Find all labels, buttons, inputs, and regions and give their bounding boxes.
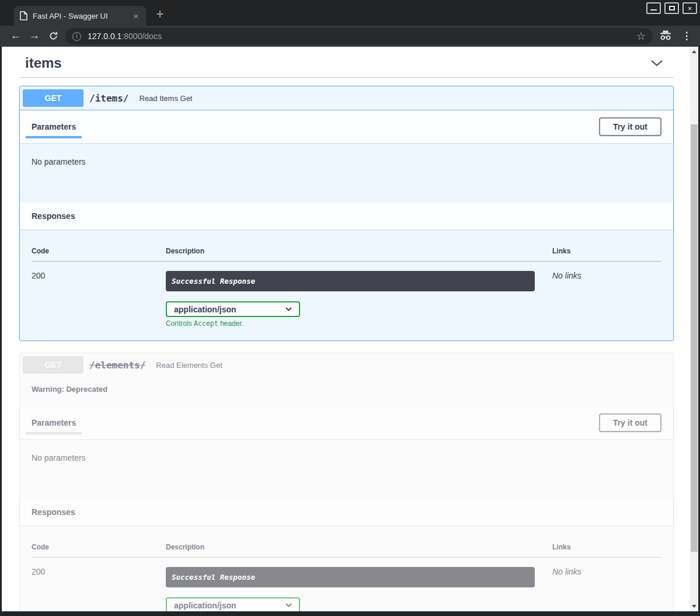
page-viewport: items GET /items/ Read Items Get Paramet… (2, 47, 690, 611)
tab-parameters[interactable]: Parameters (26, 115, 82, 138)
endpoint-path: /elements/ (83, 360, 151, 371)
media-type-value: application/json (174, 305, 236, 314)
deprecated-content: GET /elements/ Read Elements Get Warning… (20, 353, 673, 611)
col-header-links: Links (552, 239, 661, 262)
window-minimize-button[interactable] (646, 2, 661, 14)
accept-header-note: Controls Accept header. (166, 319, 552, 328)
opblock-get-items: GET /items/ Read Items Get Parameters Tr… (19, 86, 674, 341)
col-header-description: Description (166, 535, 552, 558)
bookmark-star-icon[interactable]: ☆ (636, 30, 646, 43)
try-it-out-button[interactable]: Try it out (599, 413, 661, 432)
parameters-header: Parameters Try it out (20, 406, 673, 439)
col-header-links: Links (552, 535, 661, 558)
reload-icon[interactable] (46, 28, 61, 43)
tag-section-header[interactable]: items (19, 51, 674, 78)
responses-title: Responses (32, 507, 75, 517)
accept-note-prefix: Controls (166, 319, 194, 328)
browser-titlebar: Fast API - Swagger UI × + × (0, 0, 700, 26)
swagger-content: items GET /items/ Read Items Get Paramet… (2, 47, 690, 611)
parameters-header: Parameters Try it out (20, 110, 673, 143)
page-scrollbar[interactable] (690, 47, 698, 611)
response-row: 200 Successful Response application/json (32, 262, 661, 328)
url-host: 127.0.0.1 (88, 32, 121, 41)
tab-title: Fast API - Swagger UI (33, 12, 128, 20)
window-maximize-button[interactable] (664, 2, 679, 14)
tag-title: items (25, 55, 62, 71)
media-type-select[interactable]: application/json (166, 301, 300, 317)
opblock-summary[interactable]: GET /elements/ Read Elements Get (20, 353, 673, 377)
try-it-out-button[interactable]: Try it out (599, 117, 661, 136)
responses-header: Responses (20, 499, 673, 525)
tab-parameters[interactable]: Parameters (26, 411, 82, 434)
url-text: 127.0.0.1:8000/docs (88, 32, 162, 41)
responses-title: Responses (32, 211, 75, 221)
endpoint-path: /items/ (83, 93, 134, 104)
media-type-select[interactable]: application/json (166, 597, 300, 611)
incognito-icon (659, 30, 672, 43)
back-icon[interactable]: ← (8, 28, 23, 43)
endpoint-summary: Read Items Get (139, 94, 192, 103)
responses-table-wrap: Code Description Links 200 Successful Re… (20, 229, 673, 340)
deprecated-warning: Warning: Deprecated (20, 377, 673, 406)
window-controls: × (646, 2, 697, 14)
minimize-icon (650, 9, 657, 11)
responses-table-wrap: Code Description Links 200 Successful Re… (20, 525, 673, 611)
opblock-summary[interactable]: GET /items/ Read Items Get (20, 86, 673, 110)
col-header-code: Code (32, 535, 166, 558)
response-row: 200 Successful Response application/json (32, 558, 661, 612)
collapse-chevron-icon[interactable] (650, 60, 663, 67)
new-tab-button[interactable]: + (153, 8, 167, 21)
no-parameters-text: No parameters (20, 439, 673, 499)
browser-tab[interactable]: Fast API - Swagger UI × (14, 6, 146, 26)
responses-table: Code Description Links 200 Successful Re… (32, 535, 661, 611)
accept-note-suffix: header. (218, 319, 243, 328)
response-description-box: Successful Response (166, 567, 535, 587)
response-description-box: Successful Response (166, 271, 535, 291)
status-code: 200 (32, 262, 166, 328)
window-close-button[interactable]: × (682, 2, 697, 14)
tab-close-icon[interactable]: × (131, 11, 140, 21)
scrollbar-up-icon[interactable] (692, 50, 696, 53)
select-chevron-icon (285, 307, 292, 311)
select-chevron-icon (285, 603, 292, 607)
site-info-icon[interactable]: i (72, 32, 81, 41)
url-path: :8000/docs (121, 32, 162, 41)
forward-icon[interactable]: → (27, 28, 42, 43)
col-header-description: Description (166, 239, 552, 262)
browser-toolbar: ← → i 127.0.0.1:8000/docs ☆ ⋮ (0, 26, 700, 47)
no-links-text: No links (552, 558, 661, 612)
method-badge: GET (23, 89, 83, 107)
browser-menu-icon[interactable]: ⋮ (680, 30, 693, 42)
media-type-wrap: application/json Controls Accept header. (166, 597, 552, 611)
responses-header: Responses (20, 203, 673, 229)
url-bar[interactable]: i 127.0.0.1:8000/docs ☆ (65, 28, 653, 44)
endpoint-summary: Read Elements Get (156, 361, 222, 370)
scrollbar-thumb[interactable] (691, 124, 698, 552)
status-code: 200 (32, 558, 166, 612)
media-type-wrap: application/json Controls Accept header. (166, 301, 552, 328)
no-links-text: No links (552, 262, 661, 328)
page-favicon-icon (20, 11, 27, 20)
maximize-icon (669, 6, 675, 11)
accept-note-code: Accept (194, 319, 218, 328)
no-parameters-text: No parameters (20, 143, 673, 203)
col-header-code: Code (32, 239, 166, 262)
scrollbar-down-icon[interactable] (692, 605, 696, 608)
method-badge: GET (23, 356, 83, 374)
media-type-value: application/json (174, 601, 236, 610)
responses-table: Code Description Links 200 Successful Re… (32, 239, 661, 328)
opblock-get-elements-deprecated: GET /elements/ Read Elements Get Warning… (19, 353, 674, 611)
